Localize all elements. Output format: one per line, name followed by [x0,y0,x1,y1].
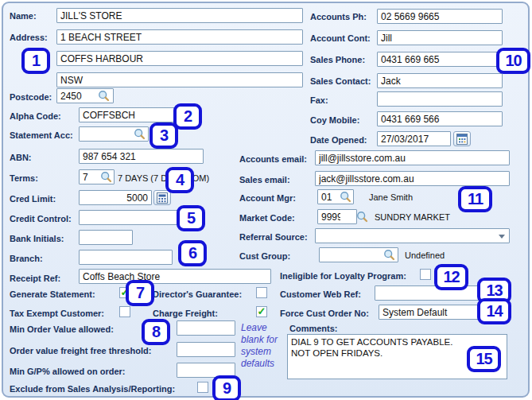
callout-15: 15 [467,346,501,372]
min-gp-label: Min G/P% allowed on order: [10,367,125,377]
statement-acc-label: Statement Acc: [10,130,73,141]
account-mgr-name: Jane Smith [369,192,413,202]
freight-free-threshold-input[interactable] [177,342,235,357]
freight-free-threshold-label: Order value freight free threshold: [10,346,151,356]
accounts-email-input[interactable] [315,150,510,165]
charge-freight-checkbox[interactable] [256,306,267,317]
referral-source-label: Referral Source: [239,232,308,243]
fax-label: Fax: [310,95,328,106]
cust-group-name: Undefined [405,250,445,260]
sales-email-label: Sales email: [239,175,290,185]
callout-6: 6 [178,240,207,266]
sales-contact-input[interactable] [377,73,503,88]
callout-10: 10 [496,48,530,74]
postcode-lookup-button[interactable] [96,89,111,103]
market-code-lookup-button[interactable] [355,210,369,223]
directors-guarantee-checkbox[interactable] [256,287,267,298]
branch-input[interactable] [79,250,173,265]
callout-8: 8 [142,319,170,345]
callout-9: 9 [212,375,241,400]
sales-contact-label: Sales Contact: [310,76,371,87]
magnifier-icon [356,211,368,223]
tax-exempt-checkbox[interactable] [119,306,130,317]
exclude-sales-checkbox[interactable] [197,382,208,393]
terms-label: Terms: [10,173,38,184]
callout-12: 12 [434,264,468,290]
receipt-ref-label: Receipt Ref: [10,274,60,284]
cust-group-label: Cust Group: [239,251,290,262]
sales-phone-label: Sales Phone: [310,55,365,65]
branch-label: Branch: [10,254,43,264]
date-opened-input[interactable] [377,131,451,146]
address-line2-input[interactable] [56,51,303,66]
magnifier-icon [98,90,110,102]
receipt-ref-input[interactable] [79,269,271,284]
accounts-ph-label: Accounts Ph: [310,12,367,22]
coy-mobile-input[interactable] [377,111,503,126]
chevron-down-icon [499,235,505,239]
magnifier-icon [100,171,112,183]
account-cont-label: Account Cont: [310,33,371,44]
ineligible-loyalty-checkbox[interactable] [420,269,431,280]
terms-description: 7 DAYS (7 DAYS EOM) [118,173,209,183]
min-order-value-label: Min Order Value allowed: [10,324,114,335]
credit-control-label: Credit Control: [10,214,72,224]
system-defaults-note: Leave blank for system defaults [241,322,287,370]
ineligible-loyalty-label: Ineligible for Loyalty Program: [280,271,406,282]
abn-label: ABN: [10,153,32,163]
name-input[interactable] [56,8,303,23]
callout-3: 3 [150,122,178,149]
calculator-icon [157,192,168,204]
market-code-label: Market Code: [239,213,295,223]
coy-mobile-label: Coy Mobile: [310,115,359,126]
market-code-name: SUNDRY MARKET [375,212,450,222]
account-mgr-lookup-button[interactable] [338,190,352,204]
address-line3-input[interactable] [56,72,303,87]
address-label: Address: [10,33,48,43]
customer-web-ref-label: Customer Web Ref: [280,289,361,300]
callout-2: 2 [173,103,202,130]
alpha-code-input[interactable] [79,107,176,122]
magnifier-icon [134,128,146,140]
callout-4: 4 [165,167,194,193]
magnifier-icon [340,191,351,203]
accounts-ph-input[interactable] [377,9,503,24]
date-opened-calendar-button[interactable] [453,131,471,146]
callout-1: 1 [21,48,50,74]
sales-phone-input[interactable] [377,52,503,67]
cred-limit-label: Cred Limit: [10,194,56,204]
statement-acc-lookup-button[interactable] [132,127,146,141]
callout-7: 7 [126,280,154,306]
postcode-label: Postcode: [10,92,52,103]
callout-11: 11 [458,186,492,212]
bank-initials-input[interactable] [79,230,133,245]
terms-lookup-button[interactable] [99,170,113,184]
cred-limit-input[interactable] [79,190,152,205]
min-order-value-input[interactable] [177,320,235,336]
accounts-email-label: Accounts email: [239,154,307,165]
bank-initials-label: Bank Initials: [10,234,64,244]
abn-input[interactable] [79,149,204,164]
account-cont-input[interactable] [377,30,503,45]
fax-input[interactable] [377,91,503,107]
magnifier-icon [383,249,395,261]
calendar-icon [456,134,468,145]
force-cust-order-label: Force Cust Order No: [280,309,369,319]
customer-details-screen: Name: Address: Postcode: Alpha Code: Sta… [0,0,532,400]
tax-exempt-label: Tax Exempt Customer: [10,309,104,319]
name-label: Name: [10,11,37,21]
referral-source-select[interactable] [315,228,510,243]
customer-details-panel: Name: Address: Postcode: Alpha Code: Sta… [2,2,530,398]
charge-freight-label: Charge Freight: [153,309,218,319]
directors-guarantee-label: Director's Guarantee: [153,289,242,300]
market-code-input[interactable] [317,209,357,224]
cust-group-lookup-button[interactable] [382,248,396,262]
alpha-code-label: Alpha Code: [10,111,61,122]
exclude-sales-label: Exclude from Sales Analysis/Reporting: [10,384,175,394]
account-mgr-label: Account Mgr: [239,193,296,204]
date-opened-label: Date Opened: [310,135,367,146]
address-line1-input[interactable] [56,29,303,45]
callout-5: 5 [177,205,205,231]
callout-14: 14 [477,298,511,324]
sales-email-input[interactable] [315,171,510,186]
